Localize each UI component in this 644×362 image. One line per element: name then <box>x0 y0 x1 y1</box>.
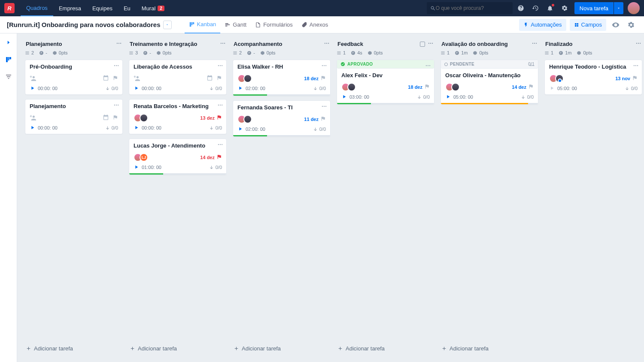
task-card[interactable]: Renata Barcelos - Marketing 13 dez 00:00… <box>129 99 227 134</box>
card-menu[interactable] <box>217 102 223 109</box>
card-title: Oscar Oliveira - Manutenção <box>445 72 534 79</box>
play-icon[interactable] <box>237 126 243 133</box>
play-icon[interactable] <box>134 164 139 171</box>
play-icon[interactable] <box>134 125 139 131</box>
task-card[interactable]: APROVADO Alex Felix - Dev 18 dez 03:00: … <box>337 60 434 105</box>
play-icon[interactable] <box>30 85 35 92</box>
card-menu[interactable] <box>321 63 327 70</box>
rail-expand[interactable] <box>3 37 14 48</box>
timer-value: 01:00: 00 <box>142 165 161 170</box>
stat-time: 1m <box>455 50 468 55</box>
task-card[interactable]: Elisa Walker - RH 18 dez 02:00: 00 0/0 <box>233 60 331 96</box>
task-card[interactable]: Henrique Teodoro - Logística 13 nov 05:0… <box>544 60 642 95</box>
card-menu[interactable] <box>425 63 431 70</box>
svg-point-11 <box>224 43 225 44</box>
search-box[interactable] <box>427 2 513 14</box>
task-card[interactable]: Liberação de Acessos 00:00: 00 0/0 <box>129 60 227 95</box>
card-title: Renata Barcelos - Marketing <box>134 103 222 110</box>
assign-placeholder[interactable] <box>134 75 140 81</box>
flag-icon <box>320 116 326 123</box>
card-menu[interactable] <box>321 103 327 111</box>
search-input[interactable] <box>436 5 509 11</box>
board-dropdown[interactable] <box>163 21 172 29</box>
calendar-icon[interactable] <box>207 75 213 82</box>
stat-points: 0pts <box>368 50 383 55</box>
help-icon[interactable] <box>514 2 527 15</box>
left-rail <box>0 33 17 362</box>
play-icon[interactable] <box>445 94 451 100</box>
view-forms[interactable]: Formulários <box>251 16 297 33</box>
svg-point-34 <box>428 65 428 66</box>
column-menu[interactable] <box>532 40 538 48</box>
avatars <box>134 114 146 122</box>
settings-icon[interactable] <box>625 19 637 31</box>
play-icon[interactable] <box>30 125 35 131</box>
card-menu[interactable] <box>113 63 119 70</box>
view-attachments[interactable]: Anexos <box>297 16 332 33</box>
card-menu[interactable] <box>217 63 223 70</box>
view-kanban[interactable]: Kanban <box>185 16 221 33</box>
assign-placeholder[interactable] <box>30 115 36 121</box>
automations-button[interactable]: Automações <box>519 19 566 31</box>
task-card[interactable]: Fernanda Soares - TI 11 dez 02:00: 00 0/… <box>233 100 331 137</box>
calendar-icon[interactable] <box>103 75 109 82</box>
subtasks-count: 0/0 <box>210 125 222 130</box>
history-icon[interactable] <box>529 2 542 15</box>
task-card[interactable]: Lucas Jorge - Atendimento LJ 14 dez 01:0… <box>129 139 227 175</box>
add-task-button[interactable]: Adicionar tarefa <box>440 341 538 356</box>
flag-icon <box>424 84 430 90</box>
add-task-button[interactable]: Adicionar tarefa <box>129 341 227 356</box>
svg-point-43 <box>638 43 639 44</box>
nav-equipes[interactable]: Equipes <box>87 0 118 16</box>
column-menu[interactable] <box>220 40 226 48</box>
svg-point-14 <box>222 65 222 66</box>
task-card[interactable]: Pré-Onboarding 00:00: 00 0/0 <box>25 60 123 95</box>
card-menu[interactable] <box>633 63 639 70</box>
add-task-button[interactable]: Adicionar tarefa <box>233 341 331 356</box>
eye-icon[interactable] <box>610 19 622 31</box>
card-menu[interactable] <box>529 63 535 70</box>
column-menu[interactable] <box>116 40 122 48</box>
avatar <box>140 114 148 122</box>
subtasks-count: 0/0 <box>313 127 326 132</box>
assign-placeholder[interactable] <box>30 75 36 81</box>
nav-quadros[interactable]: Quadros <box>21 0 53 16</box>
stat-count: 2 <box>233 50 242 55</box>
task-card[interactable]: Planejamento 00:00: 00 0/0 <box>25 99 123 134</box>
fields-button[interactable]: Campos <box>570 19 606 31</box>
subtasks-count: 0/0 <box>521 94 534 100</box>
notification-dot <box>552 4 554 6</box>
column-checkbox[interactable] <box>420 42 425 47</box>
svg-point-1 <box>118 43 119 44</box>
bell-icon[interactable] <box>544 2 556 15</box>
column-menu[interactable] <box>635 40 641 48</box>
timer-value: 02:00: 00 <box>246 127 265 132</box>
column-menu[interactable] <box>324 40 330 48</box>
stat-time: 4s <box>351 50 362 55</box>
play-icon[interactable] <box>341 94 347 100</box>
column-stats: 1 1m 0pts <box>440 50 538 60</box>
nav-mural[interactable]: Mural 2 <box>136 0 170 16</box>
task-card[interactable]: PENDENTE0/1 Oscar Oliveira - Manutenção … <box>440 60 538 105</box>
card-menu[interactable] <box>217 142 223 149</box>
new-task-dropdown[interactable] <box>614 2 623 14</box>
svg-point-40 <box>532 65 532 66</box>
rail-filter[interactable] <box>3 71 14 82</box>
card-title: Fernanda Soares - TI <box>237 104 326 112</box>
nav-eu[interactable]: Eu <box>118 0 136 16</box>
new-task-button[interactable]: Nova tarefa <box>574 2 614 14</box>
rail-kanban[interactable] <box>3 54 14 65</box>
nav-empresa[interactable]: Empresa <box>53 0 87 16</box>
play-icon[interactable] <box>237 85 243 92</box>
calendar-icon[interactable] <box>103 114 109 122</box>
user-avatar[interactable] <box>628 2 640 14</box>
view-gantt[interactable]: Gantt <box>220 16 251 33</box>
add-task-button[interactable]: Adicionar tarefa <box>25 341 123 356</box>
kanban-board: Planejamento 2 - 0pts Pré-Onboarding 00:… <box>17 33 644 362</box>
column-menu[interactable] <box>428 40 434 48</box>
play-icon[interactable] <box>134 85 139 92</box>
gear-icon[interactable] <box>558 2 571 15</box>
card-menu[interactable] <box>113 102 119 109</box>
add-task-button[interactable]: Adicionar tarefa <box>337 341 434 356</box>
logo[interactable]: R <box>4 3 15 13</box>
